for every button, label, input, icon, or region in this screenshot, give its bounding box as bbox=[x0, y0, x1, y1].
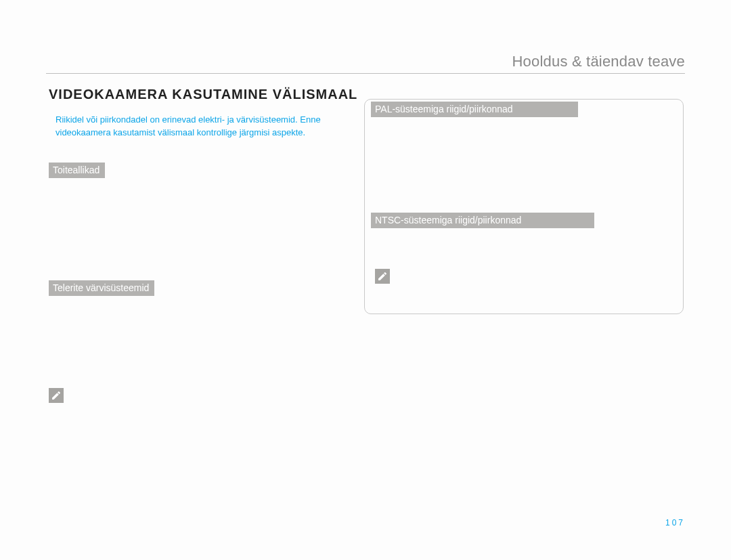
label-toiteallikad: Toiteallikad bbox=[49, 163, 105, 178]
header-rule bbox=[46, 73, 685, 74]
page-number: 107 bbox=[665, 518, 685, 527]
label-telerite-varvisusteemid: Telerite värvisüsteemid bbox=[49, 280, 154, 296]
intro-paragraph: Riikidel või piirkondadel on erinevad el… bbox=[56, 114, 353, 139]
note-icon bbox=[375, 269, 390, 284]
note-icon bbox=[49, 388, 64, 403]
document-page: Hooldus & täiendav teave VIDEOKAAMERA KA… bbox=[0, 0, 731, 560]
label-pal-systems: PAL-süsteemiga riigid/piirkonnad bbox=[371, 102, 578, 117]
label-ntsc-systems: NTSC-süsteemiga riigid/piirkonnad bbox=[371, 213, 594, 228]
right-info-panel bbox=[364, 99, 684, 314]
pencil-icon bbox=[377, 271, 388, 282]
pencil-icon bbox=[51, 390, 62, 401]
section-title: VIDEOKAAMERA KASUTAMINE VÄLISMAAL bbox=[49, 87, 357, 102]
page-header-title: Hooldus & täiendav teave bbox=[512, 53, 685, 70]
